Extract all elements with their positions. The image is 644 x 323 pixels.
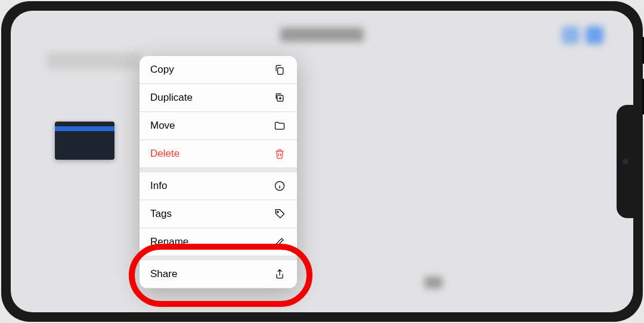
menu-label: Tags	[150, 208, 172, 220]
menu-label: Delete	[150, 148, 179, 160]
menu-item-share[interactable]: Share	[140, 260, 297, 288]
menu-divider	[140, 168, 297, 172]
menu-item-tags[interactable]: Tags	[140, 200, 297, 228]
folder-icon	[273, 119, 286, 132]
menu-item-copy[interactable]: Copy	[140, 56, 297, 84]
file-thumbnail[interactable]	[55, 122, 114, 160]
menu-label: Rename	[150, 236, 188, 248]
share-icon	[273, 268, 286, 281]
menu-item-rename[interactable]: Rename	[140, 228, 297, 256]
menu-label: Move	[150, 120, 175, 132]
tag-icon	[273, 207, 286, 220]
phone-screen: Copy Duplicate Move Delete	[11, 11, 633, 312]
menu-item-move[interactable]: Move	[140, 112, 297, 140]
svg-rect-0	[278, 68, 283, 74]
copy-icon	[273, 63, 286, 76]
phone-notch	[617, 105, 633, 218]
menu-label: Copy	[150, 64, 174, 76]
pencil-icon	[273, 235, 286, 249]
menu-label: Duplicate	[150, 92, 193, 104]
phone-frame: Copy Duplicate Move Delete	[1, 1, 643, 322]
menu-item-duplicate[interactable]: Duplicate	[140, 84, 297, 112]
menu-label: Share	[150, 268, 177, 280]
menu-divider	[140, 256, 297, 260]
camera-icon	[623, 159, 628, 164]
info-icon	[273, 179, 286, 192]
context-menu: Copy Duplicate Move Delete	[140, 56, 297, 288]
trash-icon	[273, 147, 286, 160]
menu-item-info[interactable]: Info	[140, 172, 297, 200]
blurred-background	[11, 11, 633, 312]
menu-label: Info	[150, 180, 167, 192]
svg-point-3	[277, 211, 278, 213]
menu-item-delete[interactable]: Delete	[140, 140, 297, 168]
duplicate-icon	[273, 91, 286, 104]
